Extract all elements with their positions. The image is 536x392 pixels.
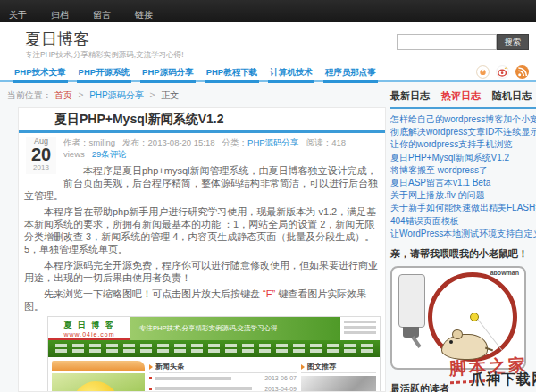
- widget-brand-label: abowman: [490, 270, 519, 276]
- nav-item[interactable]: 计算机技术: [268, 63, 314, 83]
- meta-publish-time: 发布：2013-08-20 15:18: [122, 138, 215, 147]
- pet-section-title: 亲，请帮我喂喂我的小老鼠吧！: [390, 247, 536, 261]
- page-root: 关于归档留言链接 夏日博客 专注PHP技术,分享精彩实例源码,交流学习心得! 搜…: [0, 0, 536, 392]
- thumb-note-hotkey: “F”: [263, 288, 275, 299]
- news-title-placeholder: [155, 377, 231, 380]
- news-date: 2013-04-09: [264, 386, 297, 392]
- shot-news-header: 新闻头条: [149, 361, 297, 373]
- recommend-thumb: [301, 376, 376, 392]
- sidebar-post-list: 怎样给自己的wordpress博客加个小宠物彻底解决wordpress文章ID不…: [390, 113, 536, 240]
- sidebar-post-link[interactable]: 让你的wordpress支持手机浏览: [390, 138, 536, 151]
- shot-news-row: 2013-04-09: [149, 384, 297, 392]
- date-badge: Aug 20 2013: [26, 137, 56, 174]
- shot-header: 夏 日 博 客 www.04ie.com 专注PHP技术,分享精彩实例源码,交流…: [48, 317, 380, 340]
- article-title: 夏日PHP+Mysql新闻系统V1.2: [54, 112, 385, 128]
- nav-item[interactable]: 程序员那点事: [323, 63, 378, 83]
- meta-author: 作者：smiling: [63, 138, 115, 147]
- arrow-icon: [149, 364, 153, 370]
- sidebar: 最新日志热评日志随机日志 怎样给自己的wordpress博客加个小宠物彻底解决w…: [390, 89, 536, 392]
- shot-logo-url: www.04ie.com: [48, 331, 130, 338]
- sidebar-post-link[interactable]: 将博客搬至 wordpress了: [390, 164, 536, 177]
- sidebar-tab[interactable]: 最新日志: [390, 89, 430, 103]
- rss-icon[interactable]: [515, 65, 529, 79]
- sidebar-post-link[interactable]: 夏日ASP留言本v1.1 Beta: [390, 177, 536, 189]
- breadcrumb-category-link[interactable]: PHP源码分享: [89, 90, 144, 100]
- site-header: 夏日博客 专注PHP技术,分享精彩实例源码,交流学习心得! 搜索: [0, 22, 536, 63]
- breadcrumb-current: 正文: [161, 90, 179, 100]
- smiley-balloon: [71, 381, 120, 392]
- sidebar-post-link[interactable]: 夏日PHP+Mysql新闻系统V1.2: [390, 152, 536, 164]
- topbar-item[interactable]: 关于: [9, 9, 51, 21]
- shot-nav-bar: [48, 340, 380, 357]
- meta-category-label: 分类：: [222, 138, 248, 147]
- site-title[interactable]: 夏日博客: [25, 29, 89, 50]
- date-year: 2013: [26, 163, 56, 171]
- meta-comments-link[interactable]: 29条评论: [92, 149, 127, 159]
- sidebar-post-link[interactable]: 彻底解决wordpress文章ID不连续显示的问题: [390, 126, 536, 138]
- sidebar-post-link[interactable]: 关于新手如何能快速做出精美FLASH技巧: [390, 202, 536, 214]
- topbar-item[interactable]: 留言: [93, 9, 135, 21]
- arrow-icon: [301, 364, 305, 370]
- article-paragraph: 本程序旨在帮助php新手用户进行研究学习使用，现最新版本为 v1.2，满足基本新…: [24, 205, 378, 255]
- article-screenshot-image[interactable]: 夏 日 博 客 www.04ie.com 专注PHP技术,分享精彩实例源码,交流…: [47, 316, 381, 392]
- article-meta: 作者：smiling发布：2013-08-20 15:18分类：PHP源码分享阅…: [24, 135, 378, 161]
- news-title-placeholder: [155, 387, 252, 390]
- article-title-row: 夏日PHP+Mysql新闻系统V1.2: [19, 108, 385, 133]
- thumb-note-text: 先来浏览一下缩略图吧！可点击图片放大后按键盘: [44, 288, 263, 299]
- shot-news-column: 新闻头条 2013-06-072013-04-092013-03-242013-…: [149, 361, 297, 392]
- sidebar-tabs: 最新日志热评日志随机日志: [390, 89, 536, 109]
- search-bar: 搜索: [397, 34, 529, 50]
- nav-item[interactable]: PHP技术文章: [13, 63, 68, 83]
- shot-toplinks-placeholder: [340, 317, 380, 340]
- sidebar-tab[interactable]: 随机日志: [492, 89, 532, 103]
- shot-body: 新闻头条 2013-06-072013-04-092013-03-242013-…: [48, 357, 380, 392]
- main-nav-items: PHP技术文章PHP开源系统PHP源码分享PHP教程下载计算机技术程序员那点事: [13, 63, 387, 83]
- article-paragraphs: 本程序是夏日php+mysql新闻管理系统，由夏日博客独立设计完成，前台页面美观…: [24, 164, 378, 284]
- nav-item[interactable]: PHP源码分享: [140, 63, 196, 83]
- main-nav: PHP技术文章PHP开源系统PHP源码分享PHP教程下载计算机技术程序员那点事: [0, 63, 536, 82]
- article-body: Aug 20 2013 作者：smiling发布：2013-08-20 15:1…: [19, 133, 385, 392]
- shot-nav-text-line: [55, 344, 373, 347]
- shot-left-header-bar: [52, 361, 145, 371]
- water-bottle: [398, 274, 425, 328]
- shot-logo-title: 夏 日 博 客: [48, 320, 130, 331]
- sidebar-post-link[interactable]: 关于网上播放.flv 的问题: [390, 189, 536, 202]
- bullet-icon: [149, 377, 152, 379]
- topbar-item[interactable]: 链接: [135, 9, 177, 21]
- shot-left-column: [52, 361, 145, 392]
- food-ball[interactable]: [470, 313, 479, 321]
- shot-nav-text-line: [55, 349, 373, 353]
- article-paragraph: 本程序是夏日php+mysql新闻管理系统，由夏日博客独立设计完成，前台页面美观…: [24, 164, 378, 202]
- sina-weibo-icon[interactable]: [496, 65, 509, 79]
- news-date: 2013-06-07: [264, 375, 297, 381]
- bullet-icon: [149, 388, 152, 390]
- sidebar-post-link[interactable]: 让WordPress本地测试环境支持自定义固定: [390, 228, 536, 240]
- tencent-weibo-icon[interactable]: [476, 65, 490, 79]
- article-card: 夏日PHP+Mysql新闻系统V1.2 Aug 20 2013 作者：smili…: [18, 107, 386, 392]
- shot-recommend-header: 图文推荐: [301, 361, 376, 373]
- shot-news-list: 2013-06-072013-04-092013-03-242013-03-24…: [149, 373, 297, 392]
- topbar: 关于归档留言链接: [0, 0, 536, 22]
- sidebar-post-link[interactable]: 404错误页面模板: [390, 215, 536, 228]
- article-paragraph: 本程序源码完全开源免费，程序你可以进行随意修改使用，但如果要进行商业用途，出现的…: [24, 259, 378, 284]
- shot-news-row: 2013-06-07: [149, 373, 297, 384]
- search-input[interactable]: [397, 34, 497, 50]
- site-tagline: 专注PHP技术,分享精彩实例源码,交流学习心得!: [25, 50, 184, 61]
- date-day: 20: [26, 146, 56, 163]
- sidebar-tab[interactable]: 热评日志: [441, 89, 481, 103]
- article-thumb-note: 先来浏览一下缩略图吧！可点击图片放大后按键盘 “F” 键查看图片实际效果图。: [24, 288, 378, 313]
- meta-category-link[interactable]: PHP源码分享: [247, 138, 299, 147]
- breadcrumb-home-link[interactable]: 首页: [54, 90, 72, 100]
- social-icons: [476, 65, 529, 79]
- shot-smiley-image: [52, 373, 145, 392]
- nav-item[interactable]: PHP开源系统: [77, 63, 132, 83]
- search-button[interactable]: 搜索: [497, 34, 529, 50]
- breadcrumb: 当前位置： 首页 > PHP源码分享 > 正文: [7, 89, 179, 102]
- shot-recommend-column: 图文推荐: [301, 361, 376, 392]
- nav-item[interactable]: PHP教程下载: [205, 63, 260, 83]
- breadcrumb-separator: >: [79, 90, 84, 100]
- sidebar-post-link[interactable]: 怎样给自己的wordpress博客加个小宠物: [390, 113, 536, 126]
- breadcrumb-separator: >: [150, 90, 155, 100]
- watermark-zhuashen: 爪神下载网: [471, 371, 536, 389]
- topbar-item[interactable]: 归档: [51, 9, 93, 21]
